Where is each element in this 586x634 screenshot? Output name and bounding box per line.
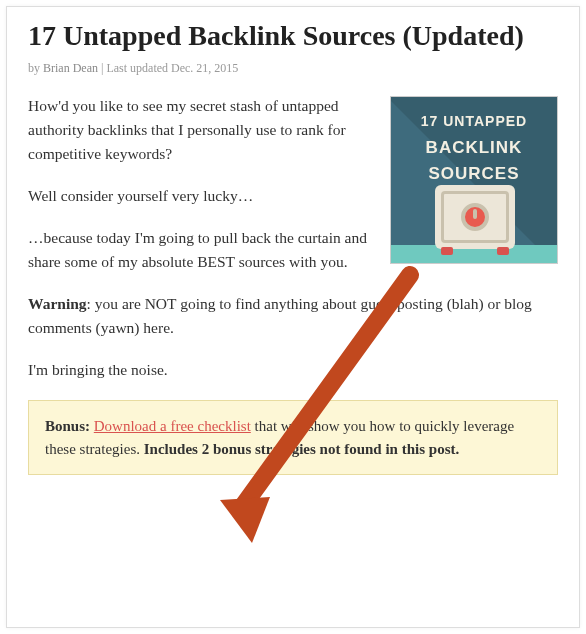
page-title: 17 Untapped Backlink Sources (Updated) [28, 18, 558, 53]
bonus-callout: Bonus: Download a free checklist that wi… [28, 400, 558, 475]
thumb-line1: 17 UNTAPPED [391, 111, 557, 133]
article-body: 17 UNTAPPED BACKLINK SOURCES How'd you l… [28, 94, 558, 475]
bonus-label: Bonus: [45, 418, 90, 434]
feature-thumbnail: 17 UNTAPPED BACKLINK SOURCES [390, 96, 558, 264]
thumb-line2: BACKLINK [391, 135, 557, 161]
warning-label: Warning [28, 295, 87, 312]
svg-marker-1 [220, 497, 270, 543]
warning-text: : you are NOT going to find anything abo… [28, 295, 532, 336]
byline-updated: Last updated Dec. 21, 2015 [106, 61, 238, 75]
byline: by Brian Dean | Last updated Dec. 21, 20… [28, 61, 558, 76]
paragraph-4: Warning: you are NOT going to find anyth… [28, 292, 558, 340]
paragraph-5: I'm bringing the noise. [28, 358, 558, 382]
safe-dial-icon [461, 203, 489, 231]
byline-by: by [28, 61, 43, 75]
bonus-tail-text: Includes 2 bonus strategies not found in… [144, 441, 460, 457]
byline-author[interactable]: Brian Dean [43, 61, 98, 75]
bonus-download-link[interactable]: Download a free checklist [94, 418, 251, 434]
thumb-line3: SOURCES [391, 161, 557, 187]
